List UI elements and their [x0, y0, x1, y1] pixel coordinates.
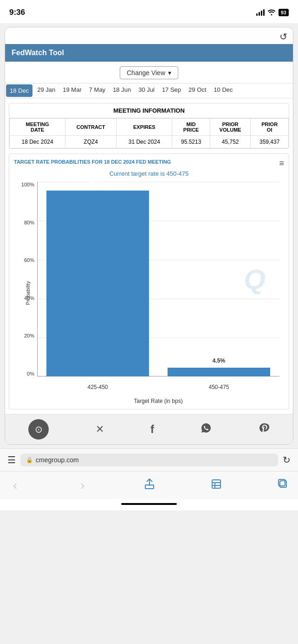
x-axis-title: Target Rate (in bps) [37, 398, 279, 404]
cell-prior-volume: 45,752 [210, 136, 250, 148]
bookmarks-button[interactable] [211, 478, 222, 492]
meeting-info-title: MEETING INFORMATION [9, 103, 289, 118]
cell-mid-price: 95.5213 [172, 136, 210, 148]
change-view-label: Change View [127, 69, 165, 77]
chart-header: TARGET RATE PROBABILITIES FOR 18 DEC 202… [14, 159, 284, 168]
col-header-prior-oi: PRIOROI [251, 119, 289, 136]
tab-29-jan[interactable]: 29 Jan [33, 83, 59, 98]
y-label-60: 60% [24, 257, 34, 263]
y-label-100: 100% [21, 182, 34, 187]
back-button[interactable]: ‹ [9, 476, 21, 495]
app-title: FedWatch Tool [12, 49, 64, 57]
col-header-contract: CONTRACT [65, 119, 117, 136]
y-axis-title: Probability [25, 274, 31, 312]
twitter-icon[interactable]: ✕ [96, 423, 104, 435]
status-time: 9:36 [9, 8, 25, 17]
facebook-icon[interactable]: f [150, 423, 154, 436]
x-label-425-450: 425-450 [46, 384, 149, 390]
change-view-row: Change View ▾ [5, 62, 293, 83]
chart-subtitle: Current target rate is 450-475 [14, 170, 284, 177]
meeting-info-section: MEETING INFORMATION MEETINGDATE CONTRACT… [9, 103, 289, 149]
col-header-expires: EXPIRES [117, 119, 172, 136]
lock-icon: 🔒 [26, 457, 33, 463]
bar-group-425-450: 95.5% [46, 182, 149, 376]
status-icons: 93 [256, 9, 289, 17]
wifi-icon [267, 9, 276, 17]
tab-30-jul[interactable]: 30 Jul [135, 83, 158, 98]
cookie-button[interactable]: ⊙ [28, 419, 49, 440]
x-label-450-475: 450-475 [168, 384, 270, 390]
bottom-browser-bar: ☰ 🔒 cmegroup.com ↻ [0, 448, 298, 471]
date-tabs: 18 Dec 29 Jan 19 Mar 7 May 18 Jun 30 Jul… [5, 83, 293, 98]
change-view-button[interactable]: Change View ▾ [120, 66, 178, 79]
col-header-mid-price: MIDPRICE [172, 119, 210, 136]
status-bar: 9:36 93 [0, 0, 298, 23]
app-header: FedWatch Tool [5, 44, 293, 62]
tab-7-may[interactable]: 7 May [85, 83, 109, 98]
tab-18-dec[interactable]: 18 Dec [6, 84, 32, 97]
url-text: cmegroup.com [36, 456, 79, 464]
browser-menu-icon[interactable]: ☰ [7, 454, 16, 465]
url-bar[interactable]: 🔒 cmegroup.com [20, 453, 278, 466]
meeting-table: MEETINGDATE CONTRACT EXPIRES MIDPRICE PR… [9, 118, 289, 148]
col-header-meeting-date: MEETINGDATE [10, 119, 65, 136]
share-button[interactable] [144, 478, 155, 492]
cookie-icon: ⊙ [35, 424, 43, 435]
chart-section: TARGET RATE PROBABILITIES FOR 18 DEC 202… [9, 153, 289, 409]
bars-container: 95.5% 4.5% [37, 182, 279, 376]
table-row: 18 Dec 2024 ZQZ4 31 Dec 2024 95.5213 45,… [10, 136, 289, 148]
browser-container: ↻ FedWatch Tool Change View ▾ 18 Dec 29 … [5, 27, 293, 445]
tab-29-oct[interactable]: 29 Oct [185, 83, 210, 98]
y-label-0: 0% [27, 371, 34, 376]
bar-450-475: 4.5% [168, 368, 270, 376]
chevron-down-icon: ▾ [168, 69, 171, 77]
svg-rect-1 [212, 480, 220, 488]
y-label-80: 80% [24, 220, 34, 225]
home-indicator [0, 499, 298, 510]
cell-contract: ZQZ4 [65, 136, 117, 148]
battery-icon: 93 [279, 9, 289, 16]
bar-value-425-450: 95.5% [90, 180, 105, 187]
y-label-20: 20% [24, 333, 34, 338]
tab-10-dec[interactable]: 10 Dec [210, 83, 236, 98]
pinterest-icon[interactable] [259, 422, 270, 436]
cell-meeting-date: 18 Dec 2024 [10, 136, 65, 148]
tab-17-sep[interactable]: 17 Sep [158, 83, 185, 98]
bar-425-450: 95.5% [46, 191, 149, 376]
share-bar: ⊙ ✕ f [5, 414, 293, 444]
nav-bar: ‹ › [0, 471, 298, 499]
cell-expires: 31 Dec 2024 [117, 136, 172, 148]
x-axis-labels: 425-450 450-475 [37, 384, 279, 390]
tab-19-mar[interactable]: 19 Mar [59, 83, 85, 98]
chart-title: TARGET RATE PROBABILITIES FOR 18 DEC 202… [14, 159, 171, 165]
hamburger-icon[interactable]: ≡ [279, 159, 284, 168]
bar-group-450-475: 4.5% [168, 182, 270, 376]
reload-button[interactable]: ↻ [283, 454, 291, 465]
whatsapp-icon[interactable] [201, 422, 212, 436]
table-header-row: MEETINGDATE CONTRACT EXPIRES MIDPRICE PR… [10, 119, 289, 136]
col-header-prior-volume: PRIORVOLUME [210, 119, 250, 136]
home-bar [121, 503, 177, 505]
forward-button[interactable]: › [77, 476, 88, 495]
bar-value-450-475: 4.5% [213, 357, 225, 364]
cell-prior-oi: 359,437 [251, 136, 289, 148]
tabs-button[interactable] [278, 478, 289, 492]
signal-bars-icon [256, 9, 265, 16]
refresh-button[interactable]: ↻ [279, 31, 287, 42]
tab-18-jun[interactable]: 18 Jun [109, 83, 135, 98]
bar-chart: 100% 80% 60% 40% 20% 0% Probability Q [14, 182, 284, 404]
browser-refresh-row: ↻ [5, 27, 293, 44]
